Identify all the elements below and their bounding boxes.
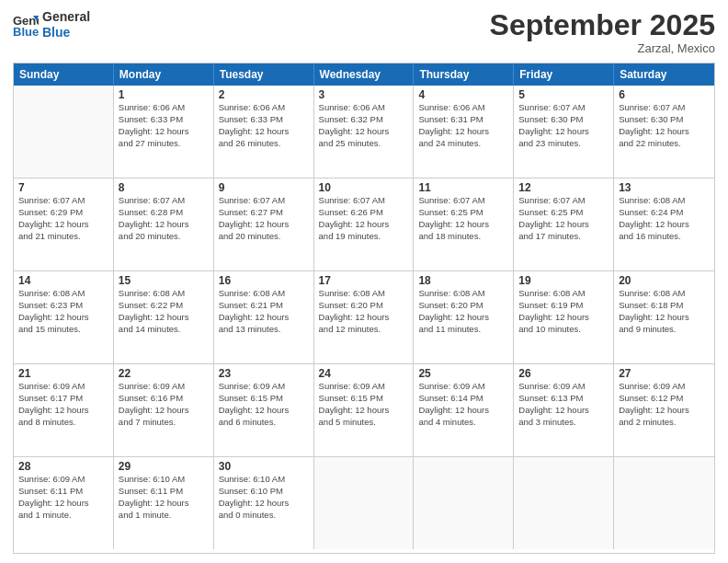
day-number-6: 6 <box>619 88 710 101</box>
day-info-1: Sunrise: 6:06 AM Sunset: 6:33 PM Dayligh… <box>119 102 209 149</box>
day-29: 29Sunrise: 6:10 AM Sunset: 6:11 PM Dayli… <box>114 457 214 549</box>
day-number-20: 20 <box>619 274 710 287</box>
day-8: 8Sunrise: 6:07 AM Sunset: 6:28 PM Daylig… <box>114 178 214 270</box>
location: Zarzal, Mexico <box>490 41 715 55</box>
logo-icon: General Blue <box>13 12 39 38</box>
day-19: 19Sunrise: 6:08 AM Sunset: 6:19 PM Dayli… <box>514 271 614 363</box>
day-9: 9Sunrise: 6:07 AM Sunset: 6:27 PM Daylig… <box>214 178 314 270</box>
day-number-8: 8 <box>119 181 209 194</box>
day-info-4: Sunrise: 6:06 AM Sunset: 6:31 PM Dayligh… <box>418 102 508 149</box>
calendar: SundayMondayTuesdayWednesdayThursdayFrid… <box>13 63 715 554</box>
day-1: 1Sunrise: 6:06 AM Sunset: 6:33 PM Daylig… <box>114 86 214 178</box>
day-13: 13Sunrise: 6:08 AM Sunset: 6:24 PM Dayli… <box>614 178 714 270</box>
header-monday: Monday <box>114 63 214 86</box>
day-number-16: 16 <box>219 274 309 287</box>
day-5: 5Sunrise: 6:07 AM Sunset: 6:30 PM Daylig… <box>514 86 614 178</box>
day-30: 30Sunrise: 6:10 AM Sunset: 6:10 PM Dayli… <box>214 457 314 549</box>
empty-cell-4-3 <box>314 457 415 549</box>
day-info-16: Sunrise: 6:08 AM Sunset: 6:21 PM Dayligh… <box>219 288 309 335</box>
header-sunday: Sunday <box>14 63 114 86</box>
day-number-29: 29 <box>119 460 209 473</box>
day-number-30: 30 <box>219 460 309 473</box>
day-info-11: Sunrise: 6:07 AM Sunset: 6:25 PM Dayligh… <box>418 195 508 242</box>
day-number-14: 14 <box>18 274 108 287</box>
day-info-13: Sunrise: 6:08 AM Sunset: 6:24 PM Dayligh… <box>619 195 710 242</box>
week-row-4: 21Sunrise: 6:09 AM Sunset: 6:17 PM Dayli… <box>14 364 714 457</box>
day-info-10: Sunrise: 6:07 AM Sunset: 6:26 PM Dayligh… <box>319 195 409 242</box>
day-number-1: 1 <box>119 88 209 101</box>
day-info-3: Sunrise: 6:06 AM Sunset: 6:32 PM Dayligh… <box>319 102 409 149</box>
day-info-25: Sunrise: 6:09 AM Sunset: 6:14 PM Dayligh… <box>418 381 508 428</box>
day-number-18: 18 <box>418 274 508 287</box>
day-22: 22Sunrise: 6:09 AM Sunset: 6:16 PM Dayli… <box>114 364 214 456</box>
day-info-27: Sunrise: 6:09 AM Sunset: 6:12 PM Dayligh… <box>619 381 710 428</box>
day-info-9: Sunrise: 6:07 AM Sunset: 6:27 PM Dayligh… <box>219 195 309 242</box>
day-number-25: 25 <box>418 367 508 380</box>
day-info-26: Sunrise: 6:09 AM Sunset: 6:13 PM Dayligh… <box>518 381 609 428</box>
day-16: 16Sunrise: 6:08 AM Sunset: 6:21 PM Dayli… <box>214 271 314 363</box>
calendar-body: 1Sunrise: 6:06 AM Sunset: 6:33 PM Daylig… <box>14 86 714 549</box>
day-info-6: Sunrise: 6:07 AM Sunset: 6:30 PM Dayligh… <box>619 102 710 149</box>
header-wednesday: Wednesday <box>314 63 415 86</box>
day-number-22: 22 <box>119 367 209 380</box>
day-23: 23Sunrise: 6:09 AM Sunset: 6:15 PM Dayli… <box>214 364 314 456</box>
day-number-3: 3 <box>319 88 409 101</box>
day-number-28: 28 <box>18 460 108 473</box>
day-2: 2Sunrise: 6:06 AM Sunset: 6:33 PM Daylig… <box>214 86 314 178</box>
day-12: 12Sunrise: 6:07 AM Sunset: 6:25 PM Dayli… <box>514 178 614 270</box>
day-info-29: Sunrise: 6:10 AM Sunset: 6:11 PM Dayligh… <box>119 474 209 521</box>
day-info-2: Sunrise: 6:06 AM Sunset: 6:33 PM Dayligh… <box>219 102 309 149</box>
header-saturday: Saturday <box>614 63 714 86</box>
logo-line2: Blue <box>42 25 90 40</box>
day-info-20: Sunrise: 6:08 AM Sunset: 6:18 PM Dayligh… <box>619 288 710 335</box>
day-info-28: Sunrise: 6:09 AM Sunset: 6:11 PM Dayligh… <box>18 474 108 521</box>
day-number-4: 4 <box>418 88 508 101</box>
day-info-5: Sunrise: 6:07 AM Sunset: 6:30 PM Dayligh… <box>518 102 609 149</box>
day-number-9: 9 <box>219 181 309 194</box>
calendar-header: SundayMondayTuesdayWednesdayThursdayFrid… <box>14 63 714 86</box>
empty-cell-4-6 <box>614 457 714 549</box>
day-10: 10Sunrise: 6:07 AM Sunset: 6:26 PM Dayli… <box>314 178 415 270</box>
day-number-10: 10 <box>319 181 409 194</box>
header-thursday: Thursday <box>414 63 514 86</box>
day-11: 11Sunrise: 6:07 AM Sunset: 6:25 PM Dayli… <box>414 178 514 270</box>
logo-line1: General <box>42 9 90 25</box>
day-28: 28Sunrise: 6:09 AM Sunset: 6:11 PM Dayli… <box>14 457 114 549</box>
day-26: 26Sunrise: 6:09 AM Sunset: 6:13 PM Dayli… <box>514 364 614 456</box>
header: General Blue General Blue September 2025… <box>13 9 715 55</box>
week-row-2: 7Sunrise: 6:07 AM Sunset: 6:29 PM Daylig… <box>14 178 714 271</box>
day-number-5: 5 <box>518 88 609 101</box>
day-info-15: Sunrise: 6:08 AM Sunset: 6:22 PM Dayligh… <box>119 288 209 335</box>
day-7: 7Sunrise: 6:07 AM Sunset: 6:29 PM Daylig… <box>14 178 114 270</box>
day-info-14: Sunrise: 6:08 AM Sunset: 6:23 PM Dayligh… <box>18 288 108 335</box>
day-number-24: 24 <box>319 367 409 380</box>
day-info-17: Sunrise: 6:08 AM Sunset: 6:20 PM Dayligh… <box>319 288 409 335</box>
day-18: 18Sunrise: 6:08 AM Sunset: 6:20 PM Dayli… <box>414 271 514 363</box>
week-row-1: 1Sunrise: 6:06 AM Sunset: 6:33 PM Daylig… <box>14 86 714 178</box>
day-info-19: Sunrise: 6:08 AM Sunset: 6:19 PM Dayligh… <box>518 288 609 335</box>
day-number-17: 17 <box>319 274 409 287</box>
day-number-7: 7 <box>18 181 108 194</box>
day-number-21: 21 <box>18 367 108 380</box>
day-info-22: Sunrise: 6:09 AM Sunset: 6:16 PM Dayligh… <box>119 381 209 428</box>
day-info-23: Sunrise: 6:09 AM Sunset: 6:15 PM Dayligh… <box>219 381 309 428</box>
day-info-12: Sunrise: 6:07 AM Sunset: 6:25 PM Dayligh… <box>518 195 609 242</box>
day-20: 20Sunrise: 6:08 AM Sunset: 6:18 PM Dayli… <box>614 271 714 363</box>
day-4: 4Sunrise: 6:06 AM Sunset: 6:31 PM Daylig… <box>414 86 514 178</box>
day-6: 6Sunrise: 6:07 AM Sunset: 6:30 PM Daylig… <box>614 86 714 178</box>
page: General Blue General Blue September 2025… <box>0 0 728 563</box>
day-3: 3Sunrise: 6:06 AM Sunset: 6:32 PM Daylig… <box>314 86 415 178</box>
day-number-2: 2 <box>219 88 309 101</box>
day-info-30: Sunrise: 6:10 AM Sunset: 6:10 PM Dayligh… <box>219 474 309 521</box>
empty-cell-0-0 <box>14 86 114 178</box>
day-number-23: 23 <box>219 367 309 380</box>
day-21: 21Sunrise: 6:09 AM Sunset: 6:17 PM Dayli… <box>14 364 114 456</box>
day-number-12: 12 <box>518 181 609 194</box>
week-row-5: 28Sunrise: 6:09 AM Sunset: 6:11 PM Dayli… <box>14 457 714 549</box>
header-tuesday: Tuesday <box>214 63 314 86</box>
svg-text:Blue: Blue <box>13 25 39 38</box>
logo: General Blue General Blue <box>13 9 90 40</box>
day-25: 25Sunrise: 6:09 AM Sunset: 6:14 PM Dayli… <box>414 364 514 456</box>
day-number-26: 26 <box>518 367 609 380</box>
day-15: 15Sunrise: 6:08 AM Sunset: 6:22 PM Dayli… <box>114 271 214 363</box>
